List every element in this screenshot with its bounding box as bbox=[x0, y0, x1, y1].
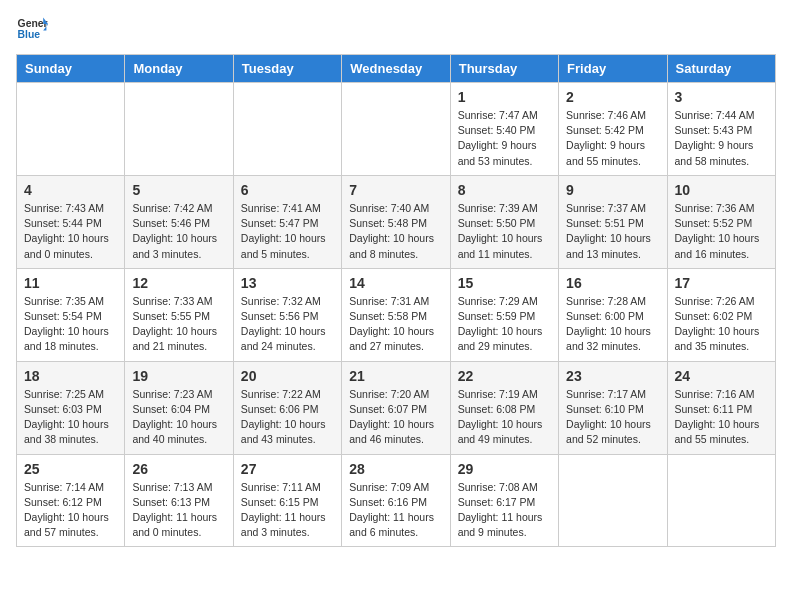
day-number: 5 bbox=[132, 182, 225, 198]
calendar-cell: 25Sunrise: 7:14 AMSunset: 6:12 PMDayligh… bbox=[17, 454, 125, 547]
day-number: 15 bbox=[458, 275, 551, 291]
day-number: 2 bbox=[566, 89, 659, 105]
column-header-sunday: Sunday bbox=[17, 55, 125, 83]
calendar-cell bbox=[667, 454, 775, 547]
calendar-cell: 1Sunrise: 7:47 AMSunset: 5:40 PMDaylight… bbox=[450, 83, 558, 176]
calendar-cell: 28Sunrise: 7:09 AMSunset: 6:16 PMDayligh… bbox=[342, 454, 450, 547]
calendar-cell: 7Sunrise: 7:40 AMSunset: 5:48 PMDaylight… bbox=[342, 175, 450, 268]
day-info: Sunrise: 7:29 AMSunset: 5:59 PMDaylight:… bbox=[458, 294, 551, 355]
day-info: Sunrise: 7:14 AMSunset: 6:12 PMDaylight:… bbox=[24, 480, 117, 541]
day-info: Sunrise: 7:39 AMSunset: 5:50 PMDaylight:… bbox=[458, 201, 551, 262]
day-number: 14 bbox=[349, 275, 442, 291]
calendar-week-row: 18Sunrise: 7:25 AMSunset: 6:03 PMDayligh… bbox=[17, 361, 776, 454]
day-number: 9 bbox=[566, 182, 659, 198]
column-header-friday: Friday bbox=[559, 55, 667, 83]
day-number: 20 bbox=[241, 368, 334, 384]
day-number: 17 bbox=[675, 275, 768, 291]
day-info: Sunrise: 7:20 AMSunset: 6:07 PMDaylight:… bbox=[349, 387, 442, 448]
calendar-cell: 10Sunrise: 7:36 AMSunset: 5:52 PMDayligh… bbox=[667, 175, 775, 268]
day-info: Sunrise: 7:09 AMSunset: 6:16 PMDaylight:… bbox=[349, 480, 442, 541]
day-info: Sunrise: 7:32 AMSunset: 5:56 PMDaylight:… bbox=[241, 294, 334, 355]
day-info: Sunrise: 7:23 AMSunset: 6:04 PMDaylight:… bbox=[132, 387, 225, 448]
day-info: Sunrise: 7:17 AMSunset: 6:10 PMDaylight:… bbox=[566, 387, 659, 448]
column-header-monday: Monday bbox=[125, 55, 233, 83]
calendar-table: SundayMondayTuesdayWednesdayThursdayFrid… bbox=[16, 54, 776, 547]
day-info: Sunrise: 7:22 AMSunset: 6:06 PMDaylight:… bbox=[241, 387, 334, 448]
day-number: 28 bbox=[349, 461, 442, 477]
day-number: 11 bbox=[24, 275, 117, 291]
calendar-cell bbox=[342, 83, 450, 176]
logo: General Blue bbox=[16, 16, 48, 44]
calendar-header-row: SundayMondayTuesdayWednesdayThursdayFrid… bbox=[17, 55, 776, 83]
calendar-cell bbox=[559, 454, 667, 547]
day-info: Sunrise: 7:31 AMSunset: 5:58 PMDaylight:… bbox=[349, 294, 442, 355]
calendar-cell: 11Sunrise: 7:35 AMSunset: 5:54 PMDayligh… bbox=[17, 268, 125, 361]
calendar-week-row: 25Sunrise: 7:14 AMSunset: 6:12 PMDayligh… bbox=[17, 454, 776, 547]
calendar-cell: 5Sunrise: 7:42 AMSunset: 5:46 PMDaylight… bbox=[125, 175, 233, 268]
calendar-cell: 13Sunrise: 7:32 AMSunset: 5:56 PMDayligh… bbox=[233, 268, 341, 361]
day-number: 27 bbox=[241, 461, 334, 477]
day-info: Sunrise: 7:16 AMSunset: 6:11 PMDaylight:… bbox=[675, 387, 768, 448]
day-number: 23 bbox=[566, 368, 659, 384]
day-info: Sunrise: 7:37 AMSunset: 5:51 PMDaylight:… bbox=[566, 201, 659, 262]
calendar-week-row: 1Sunrise: 7:47 AMSunset: 5:40 PMDaylight… bbox=[17, 83, 776, 176]
calendar-cell: 12Sunrise: 7:33 AMSunset: 5:55 PMDayligh… bbox=[125, 268, 233, 361]
calendar-cell bbox=[17, 83, 125, 176]
calendar-week-row: 4Sunrise: 7:43 AMSunset: 5:44 PMDaylight… bbox=[17, 175, 776, 268]
calendar-cell: 15Sunrise: 7:29 AMSunset: 5:59 PMDayligh… bbox=[450, 268, 558, 361]
day-number: 4 bbox=[24, 182, 117, 198]
day-info: Sunrise: 7:19 AMSunset: 6:08 PMDaylight:… bbox=[458, 387, 551, 448]
day-info: Sunrise: 7:41 AMSunset: 5:47 PMDaylight:… bbox=[241, 201, 334, 262]
day-number: 16 bbox=[566, 275, 659, 291]
calendar-cell: 20Sunrise: 7:22 AMSunset: 6:06 PMDayligh… bbox=[233, 361, 341, 454]
day-number: 21 bbox=[349, 368, 442, 384]
calendar-cell: 21Sunrise: 7:20 AMSunset: 6:07 PMDayligh… bbox=[342, 361, 450, 454]
calendar-cell bbox=[233, 83, 341, 176]
calendar-cell: 14Sunrise: 7:31 AMSunset: 5:58 PMDayligh… bbox=[342, 268, 450, 361]
day-info: Sunrise: 7:40 AMSunset: 5:48 PMDaylight:… bbox=[349, 201, 442, 262]
day-info: Sunrise: 7:13 AMSunset: 6:13 PMDaylight:… bbox=[132, 480, 225, 541]
logo-icon: General Blue bbox=[16, 16, 48, 44]
svg-text:Blue: Blue bbox=[18, 29, 41, 40]
day-info: Sunrise: 7:33 AMSunset: 5:55 PMDaylight:… bbox=[132, 294, 225, 355]
day-info: Sunrise: 7:42 AMSunset: 5:46 PMDaylight:… bbox=[132, 201, 225, 262]
day-info: Sunrise: 7:26 AMSunset: 6:02 PMDaylight:… bbox=[675, 294, 768, 355]
page-header: General Blue bbox=[16, 16, 776, 44]
day-number: 19 bbox=[132, 368, 225, 384]
column-header-wednesday: Wednesday bbox=[342, 55, 450, 83]
calendar-cell bbox=[125, 83, 233, 176]
day-number: 6 bbox=[241, 182, 334, 198]
day-info: Sunrise: 7:11 AMSunset: 6:15 PMDaylight:… bbox=[241, 480, 334, 541]
day-number: 29 bbox=[458, 461, 551, 477]
calendar-cell: 22Sunrise: 7:19 AMSunset: 6:08 PMDayligh… bbox=[450, 361, 558, 454]
day-info: Sunrise: 7:44 AMSunset: 5:43 PMDaylight:… bbox=[675, 108, 768, 169]
day-number: 13 bbox=[241, 275, 334, 291]
calendar-cell: 9Sunrise: 7:37 AMSunset: 5:51 PMDaylight… bbox=[559, 175, 667, 268]
calendar-cell: 6Sunrise: 7:41 AMSunset: 5:47 PMDaylight… bbox=[233, 175, 341, 268]
day-info: Sunrise: 7:28 AMSunset: 6:00 PMDaylight:… bbox=[566, 294, 659, 355]
day-info: Sunrise: 7:35 AMSunset: 5:54 PMDaylight:… bbox=[24, 294, 117, 355]
column-header-saturday: Saturday bbox=[667, 55, 775, 83]
day-number: 25 bbox=[24, 461, 117, 477]
calendar-cell: 4Sunrise: 7:43 AMSunset: 5:44 PMDaylight… bbox=[17, 175, 125, 268]
calendar-cell: 27Sunrise: 7:11 AMSunset: 6:15 PMDayligh… bbox=[233, 454, 341, 547]
day-info: Sunrise: 7:25 AMSunset: 6:03 PMDaylight:… bbox=[24, 387, 117, 448]
calendar-cell: 18Sunrise: 7:25 AMSunset: 6:03 PMDayligh… bbox=[17, 361, 125, 454]
day-info: Sunrise: 7:46 AMSunset: 5:42 PMDaylight:… bbox=[566, 108, 659, 169]
column-header-tuesday: Tuesday bbox=[233, 55, 341, 83]
calendar-cell: 26Sunrise: 7:13 AMSunset: 6:13 PMDayligh… bbox=[125, 454, 233, 547]
day-number: 10 bbox=[675, 182, 768, 198]
calendar-week-row: 11Sunrise: 7:35 AMSunset: 5:54 PMDayligh… bbox=[17, 268, 776, 361]
day-number: 1 bbox=[458, 89, 551, 105]
day-number: 7 bbox=[349, 182, 442, 198]
day-number: 24 bbox=[675, 368, 768, 384]
calendar-cell: 3Sunrise: 7:44 AMSunset: 5:43 PMDaylight… bbox=[667, 83, 775, 176]
day-info: Sunrise: 7:08 AMSunset: 6:17 PMDaylight:… bbox=[458, 480, 551, 541]
day-number: 12 bbox=[132, 275, 225, 291]
calendar-cell: 23Sunrise: 7:17 AMSunset: 6:10 PMDayligh… bbox=[559, 361, 667, 454]
day-number: 18 bbox=[24, 368, 117, 384]
calendar-cell: 17Sunrise: 7:26 AMSunset: 6:02 PMDayligh… bbox=[667, 268, 775, 361]
day-info: Sunrise: 7:36 AMSunset: 5:52 PMDaylight:… bbox=[675, 201, 768, 262]
day-info: Sunrise: 7:47 AMSunset: 5:40 PMDaylight:… bbox=[458, 108, 551, 169]
calendar-cell: 19Sunrise: 7:23 AMSunset: 6:04 PMDayligh… bbox=[125, 361, 233, 454]
